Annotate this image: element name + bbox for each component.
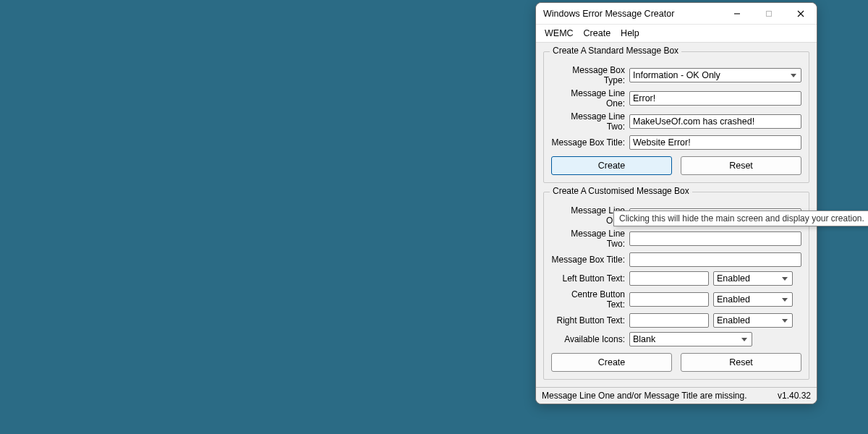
custom-line2-input[interactable] — [629, 231, 801, 246]
custom-row-title: Message Box Title: — [551, 252, 801, 268]
title-label: Message Box Title: — [551, 137, 629, 148]
standard-create-button[interactable]: Create — [551, 156, 672, 175]
row-line2: Message Line Two: — [551, 111, 801, 132]
custom-legend: Create A Customised Message Box — [550, 186, 692, 196]
standard-reset-button[interactable]: Reset — [681, 156, 801, 175]
centre-btn-state-value: Enabled — [717, 294, 750, 305]
right-btn-label: Right Button Text: — [551, 315, 629, 326]
left-btn-label: Left Button Text: — [551, 273, 629, 284]
icons-label: Available Icons: — [551, 334, 629, 344]
custom-create-button[interactable]: Create — [551, 353, 672, 372]
maximize-icon — [765, 10, 773, 17]
row-line1: Message Line One: — [551, 88, 801, 109]
title-input[interactable] — [629, 135, 801, 150]
type-label: Message Box Type: — [551, 65, 629, 85]
chevron-down-icon — [782, 277, 788, 281]
standard-group: Create A Standard Message Box Message Bo… — [543, 51, 809, 183]
chevron-down-icon — [741, 338, 747, 341]
custom-button-row: Create Reset — [551, 353, 801, 372]
standard-legend: Create A Standard Message Box — [550, 46, 681, 56]
centre-btn-state-select[interactable]: Enabled — [713, 292, 793, 307]
left-btn-state-value: Enabled — [717, 273, 750, 284]
row-type: Message Box Type: Information - OK Only — [551, 65, 801, 85]
icons-select[interactable]: Blank — [629, 332, 752, 346]
minimize-icon — [733, 10, 741, 17]
line1-label: Message Line One: — [551, 88, 629, 109]
centre-btn-label: Centre Button Text: — [551, 289, 629, 310]
standard-button-row: Create Reset — [551, 156, 801, 175]
type-select-value: Information - OK Only — [633, 70, 720, 80]
version-label: v1.40.32 — [778, 391, 811, 401]
chevron-down-icon — [782, 319, 788, 323]
menubar: WEMC Create Help — [536, 25, 817, 43]
icons-select-value: Blank — [633, 334, 655, 344]
statusbar: Message Line One and/or Message Title ar… — [536, 387, 817, 404]
row-centre-btn: Centre Button Text: Enabled — [551, 289, 801, 310]
custom-line2-label: Message Line Two: — [551, 229, 629, 249]
row-left-btn: Left Button Text: Enabled — [551, 271, 801, 286]
chevron-down-icon — [791, 74, 796, 77]
line2-label: Message Line Two: — [551, 111, 629, 132]
custom-reset-button[interactable]: Reset — [681, 353, 801, 372]
menu-create[interactable]: Create — [584, 28, 611, 38]
app-window: Windows Error Message Creator WEMC Creat… — [535, 2, 817, 404]
line1-input[interactable] — [629, 91, 801, 106]
row-right-btn: Right Button Text: Enabled — [551, 312, 801, 328]
custom-row-line2: Message Line Two: — [551, 229, 801, 249]
custom-title-input[interactable] — [629, 252, 801, 267]
menu-help[interactable]: Help — [621, 28, 639, 38]
svg-rect-1 — [767, 11, 772, 16]
row-icons: Available Icons: Blank — [551, 331, 801, 347]
right-btn-input[interactable] — [629, 313, 709, 328]
titlebar: Windows Error Message Creator — [536, 3, 817, 25]
left-btn-state-select[interactable]: Enabled — [713, 271, 793, 286]
window-title: Windows Error Message Creator — [536, 9, 721, 19]
right-btn-state-select[interactable]: Enabled — [713, 313, 793, 328]
close-icon — [797, 10, 804, 17]
maximize-button[interactable] — [753, 3, 785, 24]
menu-wemc[interactable]: WEMC — [545, 28, 574, 38]
centre-btn-input[interactable] — [629, 292, 709, 307]
chevron-down-icon — [782, 298, 788, 302]
minimize-button[interactable] — [721, 3, 753, 24]
row-title: Message Box Title: — [551, 135, 801, 150]
status-message: Message Line One and/or Message Title ar… — [542, 391, 778, 401]
left-btn-input[interactable] — [629, 271, 709, 286]
type-select[interactable]: Information - OK Only — [629, 68, 801, 82]
tooltip: Clicking this will hide the main screen … — [613, 210, 868, 226]
line2-input[interactable] — [629, 114, 801, 129]
close-button[interactable] — [785, 3, 817, 24]
custom-title-label: Message Box Title: — [551, 255, 629, 265]
right-btn-state-value: Enabled — [717, 315, 750, 326]
